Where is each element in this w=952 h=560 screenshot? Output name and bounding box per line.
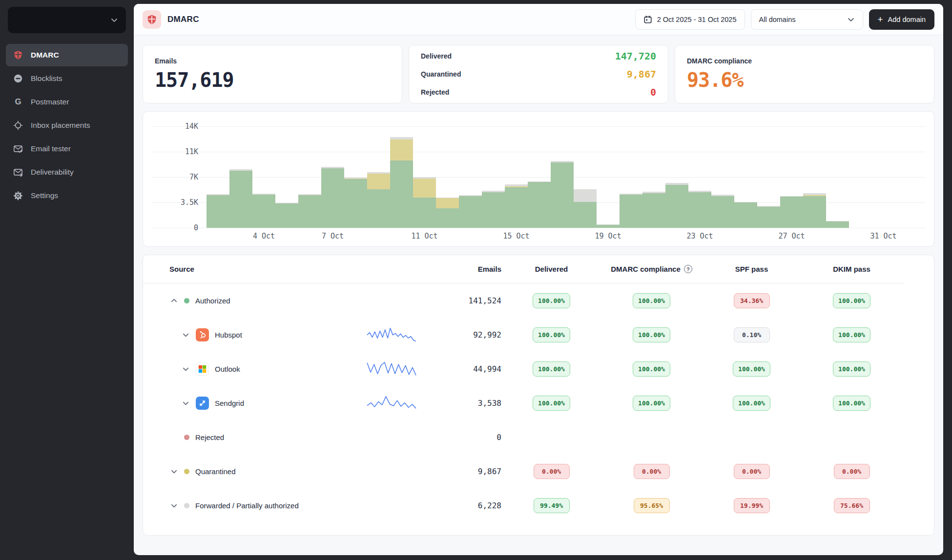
source-name: Rejected [195, 433, 224, 441]
bar-21-oct[interactable] [642, 126, 665, 228]
metric-cell: 0.00% [802, 464, 902, 479]
date-range-picker[interactable]: 2 Oct 2025 - 31 Oct 2025 [635, 9, 745, 30]
metric-cell: 100.00% [802, 327, 902, 342]
bar-29-oct[interactable] [826, 126, 849, 228]
metric-cell: 100.00% [802, 361, 902, 377]
sparkline [365, 325, 428, 344]
sidebar-item-email-tester[interactable]: Email tester [6, 138, 128, 160]
bar-7-oct[interactable] [321, 126, 344, 228]
bar-28-oct[interactable] [803, 126, 826, 228]
bar-25-oct[interactable] [734, 126, 757, 228]
sparkline [365, 394, 428, 412]
bar-segment-delivered [688, 192, 711, 228]
chevron-up-icon [170, 297, 178, 304]
stat-label: Rejected [421, 88, 449, 96]
bar-19-oct[interactable] [597, 126, 620, 228]
sidebar-item-postmaster[interactable]: G Postmaster [6, 91, 128, 113]
stats-row: Emails 157,619 Delivered 147,720Quaranti… [143, 45, 934, 103]
bar-16-oct[interactable] [528, 126, 551, 228]
column-label: SPF pass [735, 265, 768, 273]
google-icon: G [13, 97, 23, 107]
metric-cell: 100.00% [702, 361, 802, 377]
title-group: DMARC [143, 10, 199, 29]
emails-value: 3,538 [428, 399, 501, 408]
metric-cell: 0.10% [702, 327, 802, 342]
row-expander[interactable] [181, 365, 190, 373]
status-dot [184, 298, 189, 303]
bar-22-oct[interactable] [665, 126, 688, 228]
column-label: Source [169, 265, 194, 273]
table-row-sendgrid: Sendgrid 3,538100.00%100.00%100.00%100.0… [143, 386, 905, 420]
table-row-rejected: Rejected0 [143, 420, 905, 454]
bar-segment-delivered [551, 162, 574, 228]
source-cell: Quarantined [169, 467, 365, 476]
bar-segment-delivered [298, 195, 321, 228]
stat-value: 0 [650, 86, 656, 98]
sidebar-item-inbox-placements[interactable]: Inbox placements [6, 114, 128, 137]
bar-segment-quarantined [436, 198, 459, 208]
sidebar-item-dmarc[interactable]: DMARC [6, 44, 128, 66]
sidebar-item-deliverability[interactable]: Deliverability [6, 161, 128, 183]
row-expander[interactable] [181, 400, 190, 407]
bar-segment-delivered [665, 185, 688, 228]
bar-10-oct[interactable] [390, 126, 413, 228]
bar-23-oct[interactable] [688, 126, 711, 228]
blocklist-icon [13, 73, 23, 84]
bar-31-oct[interactable] [872, 126, 895, 228]
bar-14-oct[interactable] [482, 126, 505, 228]
sidebar-item-label: Postmaster [31, 98, 69, 106]
workspace-selector[interactable] [8, 7, 126, 33]
add-domain-button[interactable]: + Add domain [869, 9, 935, 30]
bar-11-oct[interactable] [413, 126, 436, 228]
bar-17-oct[interactable] [551, 126, 574, 228]
row-expander[interactable] [181, 331, 190, 339]
column-header-source: Source [169, 265, 365, 273]
percentage-badge: 0.10% [734, 327, 770, 342]
emails-value: 0 [428, 433, 501, 442]
bar-segment-delivered [528, 182, 551, 228]
bar-20-oct[interactable] [620, 126, 642, 228]
compliance-stat-card: DMARC compliance 93.6% [675, 45, 934, 103]
source-name: Hubspot [215, 331, 242, 339]
bar-15-oct[interactable] [505, 126, 528, 228]
y-axis-tick: 14K [152, 122, 198, 131]
bar-13-oct[interactable] [459, 126, 482, 228]
sidebar-item-settings[interactable]: Settings [6, 184, 128, 207]
percentage-badge: 100.00% [533, 293, 570, 308]
bar-segment-delivered [436, 208, 459, 228]
status-dot [184, 503, 189, 508]
bar-26-oct[interactable] [757, 126, 780, 228]
column-label: DMARC compliance [611, 265, 681, 273]
bar-8-oct[interactable] [344, 126, 367, 228]
percentage-badge: 0.00% [834, 464, 870, 479]
bar-3-oct[interactable] [229, 126, 252, 228]
metric-cell: 100.00% [601, 327, 702, 342]
domain-filter-select[interactable]: All domains [751, 9, 863, 30]
table-row-forwarded-partially-authorized: Forwarded / Partially authorized6,22899.… [143, 488, 905, 522]
bar-30-oct[interactable] [849, 126, 872, 228]
bar-9-oct[interactable] [367, 126, 390, 228]
bar-18-oct[interactable] [574, 126, 597, 228]
emails-stat-value: 157,619 [155, 69, 390, 91]
bar-24-oct[interactable] [711, 126, 734, 228]
bar-segment-delivered [711, 196, 734, 228]
bar-segment-delivered [275, 203, 298, 228]
table-body: Authorized141,524100.00%100.00%34.36%100… [143, 283, 934, 522]
x-axis-tick: 4 Oct [253, 232, 275, 240]
chevron-down-icon [170, 468, 178, 475]
bar-12-oct[interactable] [436, 126, 459, 228]
sidebar-item-blocklists[interactable]: Blocklists [6, 67, 128, 90]
bar-2-oct[interactable] [207, 126, 229, 228]
percentage-badge: 100.00% [733, 361, 770, 377]
bar-27-oct[interactable] [780, 126, 803, 228]
bar-6-oct[interactable] [298, 126, 321, 228]
help-icon[interactable]: ? [684, 265, 692, 273]
bar-4-oct[interactable] [252, 126, 275, 228]
row-expander[interactable] [169, 297, 178, 304]
bar-segment-delivered [826, 221, 849, 228]
percentage-badge: 99.49% [534, 498, 570, 513]
bar-5-oct[interactable] [275, 126, 298, 228]
row-expander[interactable] [169, 468, 178, 475]
row-expander[interactable] [169, 502, 178, 509]
table-row-hubspot: Hubspot 92,992100.00%100.00%0.10%100.00% [143, 318, 905, 352]
